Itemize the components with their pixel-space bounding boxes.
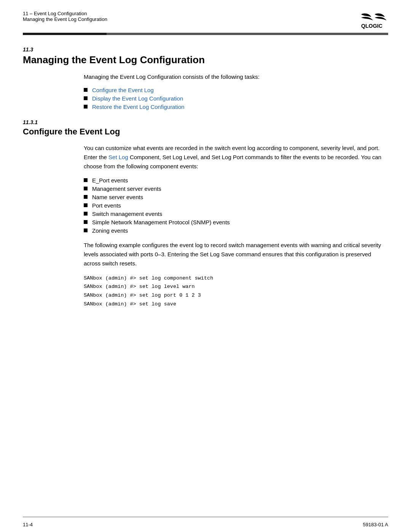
- code-line: SANbox (admin) #> set log level warn: [84, 283, 388, 291]
- header-line1: 11 – Event Log Configuration: [23, 11, 107, 16]
- list-item: Switch management events: [84, 211, 388, 217]
- list-item: Name server events: [84, 194, 388, 200]
- code-line: SANbox (admin) #> set log save: [84, 300, 388, 309]
- code-block: SANbox (admin) #> set log component swit…: [84, 274, 388, 309]
- bullet-icon: [84, 178, 88, 182]
- section-11-3-1-number: 11.3.1: [23, 119, 388, 125]
- page-container: 11 – Event Log Configuration Managing th…: [0, 0, 411, 532]
- display-event-log-link[interactable]: Display the Event Log Configuration: [92, 95, 183, 102]
- section-11-3-1-body: You can customize what events are record…: [84, 144, 388, 171]
- body-text-after-link: Component, Set Log Level, and Set Log Po…: [84, 154, 381, 169]
- task-list: Configure the Event Log Display the Even…: [84, 87, 388, 110]
- list-item: Zoning events: [84, 227, 388, 234]
- bullet-icon: [84, 203, 88, 207]
- example-paragraph: The following example configures the eve…: [84, 241, 388, 268]
- footer-doc-number: 59183-01 A: [363, 522, 388, 527]
- page-header: 11 – Event Log Configuration Managing th…: [0, 0, 411, 30]
- list-item: Simple Network Management Protocol (SNMP…: [84, 219, 388, 225]
- code-line: SANbox (admin) #> set log component swit…: [84, 274, 388, 283]
- header-text: 11 – Event Log Configuration Managing th…: [23, 11, 107, 22]
- component-item: Name server events: [92, 194, 143, 200]
- component-list: E_Port events Management server events N…: [84, 177, 388, 234]
- bullet-icon: [84, 88, 88, 92]
- component-item: Port events: [92, 202, 121, 209]
- svg-text:QLOGIC: QLOGIC: [361, 23, 382, 29]
- qlogic-logo-icon: QLOGIC: [358, 11, 388, 30]
- footer-page-number: 11-4: [23, 522, 33, 527]
- list-item: E_Port events: [84, 177, 388, 184]
- bullet-icon: [84, 220, 88, 224]
- bullet-icon: [84, 187, 88, 190]
- bullet-icon: [84, 96, 88, 100]
- main-content: 11.3 Managing the Event Log Configuratio…: [0, 35, 411, 417]
- header-line2: Managing the Event Log Configuration: [23, 16, 107, 22]
- configure-event-log-link[interactable]: Configure the Event Log: [92, 87, 154, 93]
- list-item: Port events: [84, 202, 388, 209]
- component-item: Switch management events: [92, 211, 162, 217]
- restore-event-log-link[interactable]: Restore the Event Log Configuration: [92, 104, 185, 110]
- component-item: Simple Network Management Protocol (SNMP…: [92, 219, 230, 225]
- list-item: Management server events: [84, 185, 388, 192]
- bullet-icon: [84, 212, 88, 216]
- list-item: Display the Event Log Configuration: [84, 95, 388, 102]
- set-log-link[interactable]: Set Log: [108, 154, 128, 160]
- section-11-3-intro: Managing the Event Log Configuration con…: [84, 73, 388, 81]
- list-item: Restore the Event Log Configuration: [84, 104, 388, 110]
- logo-container: QLOGIC: [358, 11, 388, 30]
- header-rule: [0, 30, 411, 35]
- code-line: SANbox (admin) #> set log port 0 1 2 3: [84, 291, 388, 300]
- page-footer: 11-4 59183-01 A: [23, 517, 388, 532]
- section-11-3-title: Managing the Event Log Configuration: [23, 54, 388, 66]
- section-11-3-1-title: Configure the Event Log: [23, 127, 388, 137]
- component-item: E_Port events: [92, 177, 128, 184]
- bullet-icon: [84, 195, 88, 199]
- list-item: Configure the Event Log: [84, 87, 388, 93]
- component-item: Management server events: [92, 185, 161, 192]
- section-11-3-number: 11.3: [23, 46, 388, 53]
- bullet-icon: [84, 105, 88, 109]
- component-item: Zoning events: [92, 227, 128, 234]
- bullet-icon: [84, 228, 88, 232]
